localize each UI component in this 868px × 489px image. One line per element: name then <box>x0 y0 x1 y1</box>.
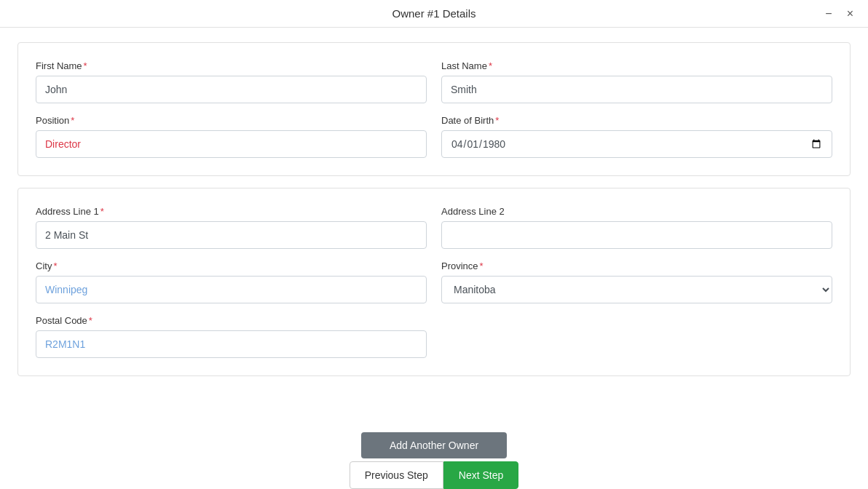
last-name-group: Last Name* <box>441 60 832 103</box>
address-row: Address Line 1* Address Line 2 <box>36 206 832 249</box>
postal-group: Postal Code* <box>36 315 427 358</box>
last-name-required-star: * <box>489 60 492 71</box>
address2-input[interactable] <box>441 221 832 249</box>
modal-body: First Name* Last Name* Position* <box>0 28 868 424</box>
address-section: Address Line 1* Address Line 2 City* <box>17 188 851 376</box>
minimize-button[interactable]: − <box>822 7 835 21</box>
city-group: City* <box>36 261 427 303</box>
city-required-star: * <box>53 261 57 271</box>
dob-label: Date of Birth* <box>441 115 832 126</box>
modal-footer: Add Another Owner Previous Step Next Ste… <box>0 424 868 489</box>
previous-step-button[interactable]: Previous Step <box>350 461 443 489</box>
address1-required-star: * <box>100 206 104 217</box>
next-step-button[interactable]: Next Step <box>443 461 518 489</box>
province-label: Province* <box>441 261 832 271</box>
address1-input[interactable] <box>36 221 427 249</box>
nav-buttons: Previous Step Next Step <box>350 461 519 489</box>
city-input[interactable] <box>36 276 427 303</box>
first-name-group: First Name* <box>36 60 427 103</box>
address2-label: Address Line 2 <box>441 206 832 217</box>
name-row: First Name* Last Name* <box>36 60 832 103</box>
position-required-star: * <box>71 115 74 126</box>
city-province-row: City* Province* Alberta British Columbia… <box>36 261 832 303</box>
postal-label: Postal Code* <box>36 315 427 326</box>
position-input[interactable] <box>36 130 427 158</box>
address1-label: Address Line 1* <box>36 206 427 217</box>
add-another-owner-button[interactable]: Add Another Owner <box>361 432 507 458</box>
dob-input[interactable] <box>441 130 832 158</box>
postal-placeholder-group <box>441 315 832 358</box>
postal-row: Postal Code* <box>36 315 832 358</box>
first-name-input[interactable] <box>36 76 427 103</box>
province-select[interactable]: Alberta British Columbia Manitoba New Br… <box>441 276 832 303</box>
first-name-label: First Name* <box>36 60 427 71</box>
postal-input[interactable] <box>36 330 427 358</box>
dob-group: Date of Birth* <box>441 115 832 158</box>
first-name-required-star: * <box>84 60 87 71</box>
modal-title: Owner #1 Details <box>392 7 476 20</box>
address1-group: Address Line 1* <box>36 206 427 249</box>
address2-group: Address Line 2 <box>441 206 832 249</box>
last-name-label: Last Name* <box>441 60 832 71</box>
modal-container: Owner #1 Details − × First Name* Last Na… <box>0 0 868 489</box>
last-name-input[interactable] <box>441 76 832 103</box>
dob-required-star: * <box>495 115 499 126</box>
position-group: Position* <box>36 115 427 158</box>
close-button[interactable]: × <box>844 7 856 21</box>
modal-header: Owner #1 Details − × <box>0 0 868 28</box>
modal-header-actions: − × <box>822 7 856 21</box>
position-dob-row: Position* Date of Birth* <box>36 115 832 158</box>
province-required-star: * <box>480 261 484 271</box>
position-label: Position* <box>36 115 427 126</box>
province-group: Province* Alberta British Columbia Manit… <box>441 261 832 303</box>
city-label: City* <box>36 261 427 271</box>
personal-info-section: First Name* Last Name* Position* <box>17 42 851 176</box>
postal-required-star: * <box>89 315 92 326</box>
